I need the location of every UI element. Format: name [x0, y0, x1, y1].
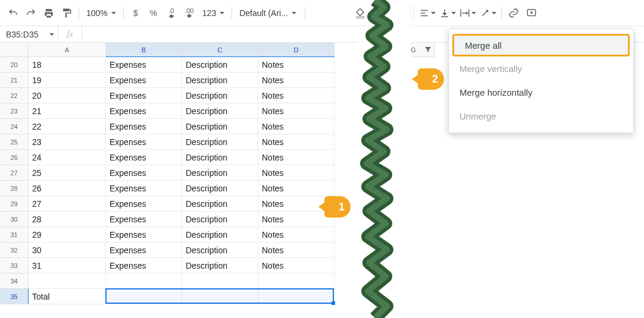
cell[interactable]: 20 [29, 88, 106, 103]
cell[interactable]: 27 [29, 196, 106, 212]
cell[interactable]: Notes [258, 212, 334, 227]
row-header[interactable]: 21 [0, 73, 29, 88]
cell[interactable]: Description [182, 243, 258, 258]
cell[interactable]: Notes [258, 57, 334, 73]
cell[interactable]: Description [182, 212, 258, 227]
cell[interactable] [182, 273, 258, 289]
cell[interactable]: 19 [29, 73, 106, 88]
cell[interactable]: Notes [258, 181, 334, 196]
cell[interactable]: Description [182, 73, 258, 88]
column-header-A[interactable]: A [29, 43, 106, 57]
cell[interactable] [106, 289, 182, 304]
cell[interactable] [29, 273, 106, 289]
cell[interactable]: Expenses [106, 73, 182, 88]
decrease-decimal-button[interactable]: .0 [163, 5, 180, 21]
cell[interactable]: 29 [29, 227, 106, 243]
cell[interactable]: Description [182, 150, 258, 165]
merge-horizontally-item[interactable]: Merge horizontally [449, 80, 633, 104]
row-header[interactable]: 30 [0, 212, 29, 227]
row-header[interactable]: 26 [0, 150, 29, 165]
name-box[interactable]: B35:D35 [0, 26, 58, 42]
borders-button[interactable] [370, 5, 386, 21]
cell[interactable]: 28 [29, 212, 106, 227]
row-header[interactable]: 27 [0, 165, 29, 181]
row-header[interactable]: 33 [0, 258, 29, 273]
undo-button[interactable] [5, 5, 21, 21]
cell[interactable]: 24 [29, 150, 106, 165]
cell[interactable]: Expenses [106, 243, 182, 258]
cell[interactable]: 22 [29, 119, 106, 134]
cell[interactable]: Expenses [106, 134, 182, 150]
row-header[interactable]: 35 [0, 289, 29, 304]
row-header[interactable]: 25 [0, 134, 29, 150]
select-all-corner[interactable] [0, 43, 29, 57]
increase-decimal-button[interactable]: .00 [181, 5, 198, 21]
cell[interactable]: Description [182, 227, 258, 243]
row-header[interactable]: 24 [0, 119, 29, 134]
column-header-G[interactable]: G [393, 43, 434, 57]
cell[interactable]: Expenses [106, 181, 182, 196]
cell[interactable]: Description [182, 258, 258, 273]
cell[interactable]: Total [29, 289, 106, 304]
cell[interactable]: Description [182, 181, 258, 196]
cell[interactable]: Expenses [106, 103, 182, 119]
more-formats-button[interactable]: 123 [199, 5, 228, 21]
fill-color-button[interactable] [352, 5, 368, 21]
cell[interactable]: 21 [29, 103, 106, 119]
insert-comment-button[interactable] [523, 5, 540, 21]
cell[interactable] [258, 273, 334, 289]
row-header[interactable]: 28 [0, 181, 29, 196]
cell[interactable]: Description [182, 134, 258, 150]
row-header[interactable]: 29 [0, 196, 29, 212]
cell[interactable]: 30 [29, 243, 106, 258]
cell[interactable] [106, 273, 182, 289]
print-button[interactable] [40, 5, 57, 21]
cell[interactable]: 31 [29, 258, 106, 273]
cell[interactable]: Notes [258, 165, 334, 181]
row-header[interactable]: 20 [0, 57, 29, 73]
column-header-B[interactable]: B [106, 43, 182, 57]
cell[interactable] [258, 289, 334, 304]
paint-format-button[interactable] [58, 5, 75, 21]
cell[interactable]: Description [182, 196, 258, 212]
cell[interactable]: 26 [29, 181, 106, 196]
cell[interactable]: Description [182, 88, 258, 103]
row-header[interactable]: 23 [0, 103, 29, 119]
currency-button[interactable]: $ [127, 5, 144, 21]
cell[interactable]: Description [182, 57, 258, 73]
font-select[interactable]: Default (Ari... [236, 5, 301, 21]
text-wrap-button[interactable] [458, 5, 477, 21]
filter-icon[interactable] [424, 46, 432, 53]
cell[interactable]: Expenses [106, 150, 182, 165]
insert-link-button[interactable] [505, 5, 522, 21]
cell[interactable]: Notes [258, 119, 334, 134]
cell[interactable]: 18 [29, 57, 106, 73]
percent-button[interactable]: % [145, 5, 162, 21]
column-header-D[interactable]: D [258, 43, 334, 57]
cell[interactable]: Notes [258, 243, 334, 258]
cell[interactable]: Notes [258, 258, 334, 273]
zoom-select[interactable]: 100% [83, 5, 120, 21]
cell[interactable]: Notes [258, 103, 334, 119]
cell[interactable] [182, 289, 258, 304]
row-header[interactable]: 31 [0, 227, 29, 243]
row-header[interactable]: 32 [0, 243, 29, 258]
cell[interactable]: Expenses [106, 196, 182, 212]
cell[interactable]: Expenses [106, 227, 182, 243]
cell[interactable]: Notes [258, 73, 334, 88]
cell[interactable]: 23 [29, 134, 106, 150]
cell[interactable]: Expenses [106, 57, 182, 73]
cell[interactable]: Description [182, 119, 258, 134]
cell[interactable]: Description [182, 103, 258, 119]
cell[interactable]: 25 [29, 165, 106, 181]
cell[interactable]: Notes [258, 88, 334, 103]
cell[interactable]: Expenses [106, 165, 182, 181]
redo-button[interactable] [23, 5, 39, 21]
merge-all-item[interactable]: Merge all [452, 34, 630, 56]
merge-cells-button[interactable] [387, 5, 410, 21]
cell[interactable]: Expenses [106, 119, 182, 134]
cell[interactable]: Expenses [106, 212, 182, 227]
cell[interactable]: Description [182, 165, 258, 181]
horizontal-align-button[interactable] [418, 5, 437, 21]
cell[interactable]: Notes [258, 227, 334, 243]
